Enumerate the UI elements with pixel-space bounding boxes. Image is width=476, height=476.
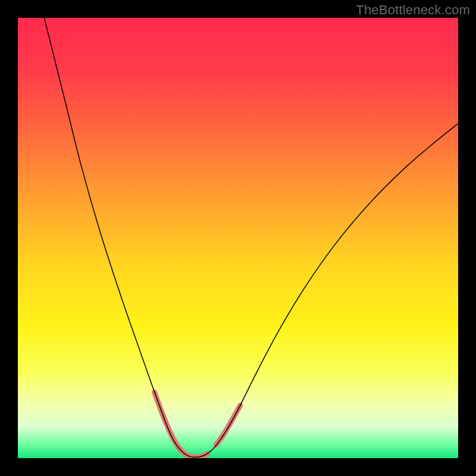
chart-plot-area [18, 18, 458, 458]
chart-frame: TheBottleneck.com [0, 0, 476, 476]
watermark-text: TheBottleneck.com [356, 2, 470, 18]
chart-svg [18, 18, 458, 458]
chart-background [18, 18, 458, 458]
